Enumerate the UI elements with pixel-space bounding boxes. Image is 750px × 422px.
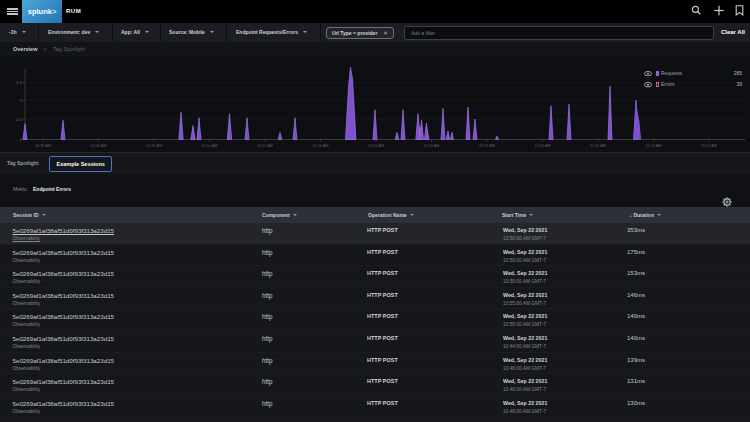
svg-text:11:20 AM: 11:20 AM [313,144,329,148]
svg-text:1.5: 1.5 [16,80,23,85]
svg-text:11:25 AM: 11:25 AM [368,144,384,148]
svg-text:11:05 AM: 11:05 AM [146,144,162,148]
svg-text:0: 0 [20,137,23,142]
svg-text:11:55 AM: 11:55 AM [701,144,717,148]
svg-text:10:55 AM: 10:55 AM [35,144,51,148]
svg-text:11:45 AM: 11:45 AM [590,144,606,148]
svg-text:11:15 AM: 11:15 AM [257,144,273,148]
svg-text:11:40 AM: 11:40 AM [535,144,551,148]
svg-text:11:50 AM: 11:50 AM [646,144,662,148]
svg-text:11:30 AM: 11:30 AM [424,144,440,148]
svg-text:11:35 AM: 11:35 AM [479,144,495,148]
svg-text:11:10 AM: 11:10 AM [202,144,218,148]
svg-text:0.5: 0.5 [16,117,23,122]
svg-text:11:00 AM: 11:00 AM [91,144,107,148]
svg-text:1: 1 [20,98,23,103]
